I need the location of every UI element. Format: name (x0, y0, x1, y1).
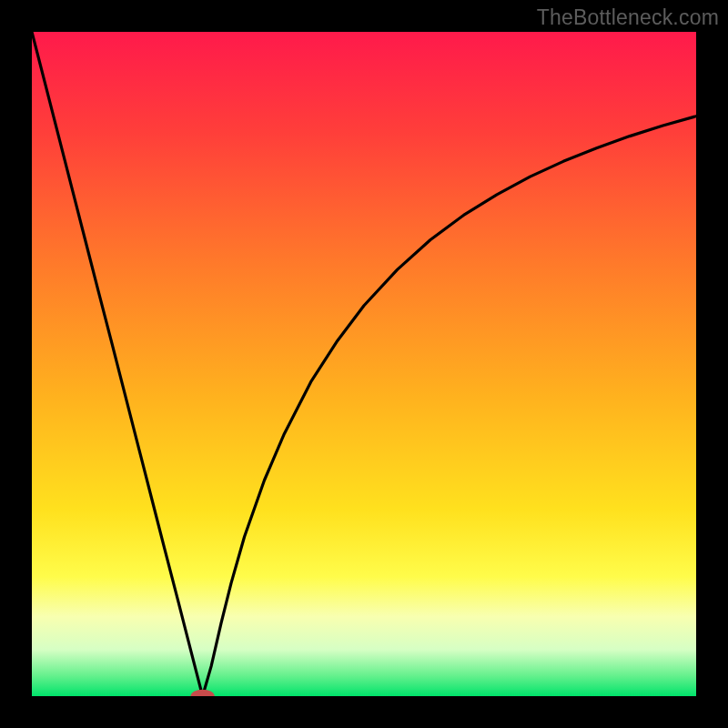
chart-frame (32, 32, 696, 696)
gradient-background (32, 32, 696, 696)
watermark-label: TheBottleneck.com (537, 5, 719, 30)
bottleneck-chart (32, 32, 696, 696)
